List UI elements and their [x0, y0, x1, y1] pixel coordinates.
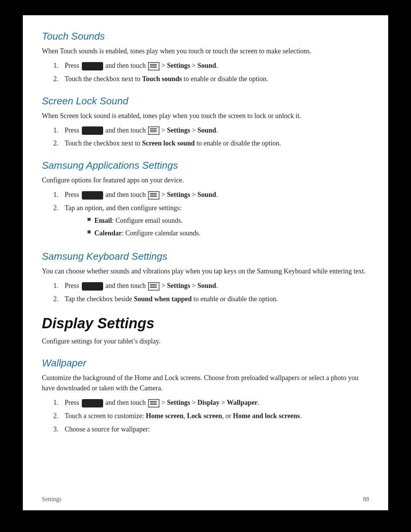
list-item: 2. Touch the checkbox next to Screen loc…	[53, 138, 369, 149]
screen-lock-sound-steps: 1. Press and then touch > Settings > Sou…	[53, 125, 369, 149]
home-button	[82, 399, 103, 407]
menu-icon	[148, 191, 159, 200]
list-item: 3. Choose a source for wallpaper:	[53, 424, 369, 435]
list-item: Calendar: Configure calendar sounds.	[88, 228, 369, 239]
home-button	[82, 62, 103, 70]
section-samsung-keyboard: Samsung Keyboard Settings You can choose…	[42, 251, 369, 305]
section-wallpaper: Wallpaper Customize the background of th…	[42, 357, 369, 435]
menu-icon	[148, 62, 159, 70]
samsung-applications-body: Configure options for featured apps on y…	[42, 175, 369, 185]
menu-icon	[148, 126, 159, 135]
list-item: 1. Press and then touch > Settings > Sou…	[53, 280, 369, 291]
list-item: 2. Touch a screen to customize: Home scr…	[53, 411, 369, 422]
menu-icon	[148, 282, 159, 291]
page-content: Touch Sounds When Touch sounds is enable…	[23, 15, 388, 510]
home-button	[82, 126, 103, 135]
display-settings-body: Configure settings for your tablet’s dis…	[42, 336, 369, 347]
wallpaper-body: Customize the background of the Home and…	[42, 373, 369, 393]
wallpaper-title: Wallpaper	[42, 357, 369, 369]
footer-right: 88	[363, 496, 369, 503]
samsung-applications-steps: 1. Press and then touch > Settings > Sou…	[53, 189, 369, 240]
list-item: 1. Press and then touch > Settings > Sou…	[53, 125, 369, 136]
screen-lock-sound-body: When Screen lock sound is enabled, tones…	[42, 111, 369, 121]
menu-icon	[148, 399, 159, 407]
home-button	[82, 191, 103, 200]
section-samsung-applications: Samsung Applications Settings Configure …	[42, 160, 369, 240]
section-screen-lock-sound: Screen Lock Sound When Screen lock sound…	[42, 95, 369, 149]
display-settings-title: Display Settings	[42, 315, 369, 332]
samsung-keyboard-steps: 1. Press and then touch > Settings > Sou…	[53, 280, 369, 305]
bullet-icon	[88, 218, 91, 221]
touch-sounds-title: Touch Sounds	[42, 30, 369, 42]
samsung-applications-title: Samsung Applications Settings	[42, 160, 369, 171]
touch-sounds-steps: 1. Press and then touch > Settings > Sou…	[53, 60, 369, 85]
list-item: 2. Tap the checkbox beside Sound when ta…	[53, 294, 369, 305]
list-item: 2. Touch the checkbox next to Touch soun…	[53, 73, 369, 85]
wallpaper-steps: 1. Press and then touch > Settings > Dis…	[53, 397, 369, 435]
bullet-icon	[88, 230, 91, 233]
samsung-keyboard-body: You can choose whether sounds and vibrat…	[42, 266, 369, 276]
page-footer: Settings 88	[42, 496, 369, 503]
touch-sounds-body: When Touch sounds is enabled, tones play…	[42, 46, 369, 56]
section-touch-sounds: Touch Sounds When Touch sounds is enable…	[42, 30, 369, 85]
list-item: 1. Press and then touch > Settings > Sou…	[53, 60, 369, 71]
section-display-settings: Display Settings Configure settings for …	[42, 315, 369, 347]
list-item: 1. Press and then touch > Settings > Dis…	[53, 397, 369, 408]
list-item: 2. Tap an option, and then configure set…	[53, 203, 369, 240]
home-button	[82, 282, 103, 291]
screen-lock-sound-title: Screen Lock Sound	[42, 95, 369, 107]
bullet-list: Email: Configure email sounds. Calendar:…	[88, 215, 369, 239]
samsung-keyboard-title: Samsung Keyboard Settings	[42, 251, 369, 262]
footer-left: Settings	[42, 496, 62, 503]
list-item: 1. Press and then touch > Settings > Sou…	[53, 189, 369, 200]
list-item: Email: Configure email sounds.	[88, 215, 369, 226]
